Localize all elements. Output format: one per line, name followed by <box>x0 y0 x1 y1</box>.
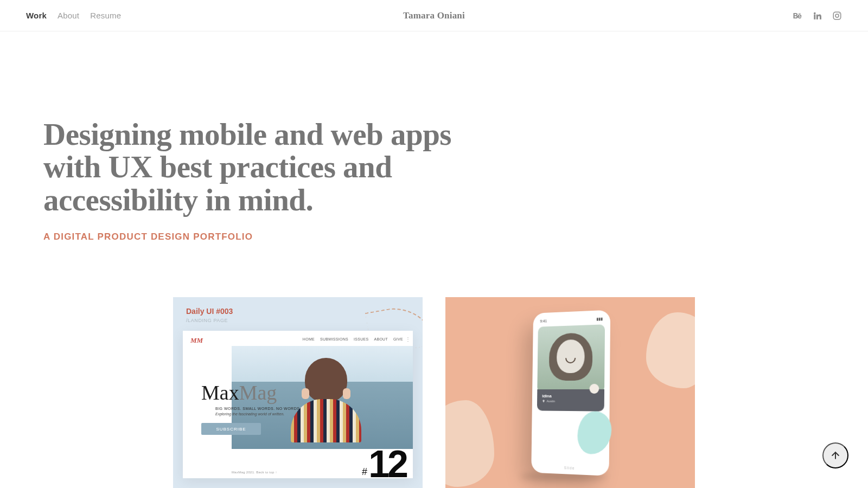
phone-mockup: 9:41 ▮▮▮ Idina Austin Slide <box>531 310 610 476</box>
project-card-maxmag[interactable]: Daily UI #003 /LANDING PAGE MM HOME SUBM… <box>173 297 423 488</box>
status-indicators-icon: ▮▮▮ <box>596 317 603 322</box>
primary-nav: Work About Resume <box>26 11 121 20</box>
mock-logo: MM <box>190 336 203 345</box>
linkedin-icon[interactable] <box>813 11 822 21</box>
mock-nav-item: GIVE <box>393 337 403 341</box>
back-to-top-button[interactable] <box>822 442 848 468</box>
fab-icon <box>590 384 599 394</box>
hero-headline: Designing mobile and web apps with UX be… <box>43 118 488 216</box>
card-badge-sub: /LANDING PAGE <box>186 318 228 323</box>
arrow-up-icon <box>830 450 841 461</box>
mock-title: MaxMag <box>201 381 277 404</box>
mock-nav: HOME SUBMISSIONS ISSUES ABOUT GIVE <box>303 337 403 341</box>
profile-name: Idina <box>542 394 599 399</box>
profile-location: Austin <box>542 400 599 403</box>
project-card-phone[interactable]: 9:41 ▮▮▮ Idina Austin Slide <box>445 297 695 488</box>
decorative-blob <box>646 312 695 388</box>
hero-subtitle: A DIGITAL PRODUCT DESIGN PORTFOLIO <box>43 232 488 242</box>
mock-tagline-2: Exploring the fascinating world of writt… <box>215 412 284 416</box>
site-header: Work About Resume Tamara Oniani <box>0 0 868 31</box>
card-badge: Daily UI #003 <box>186 307 233 316</box>
mock-nav-item: ISSUES <box>354 337 368 341</box>
site-brand[interactable]: Tamara Oniani <box>403 10 465 21</box>
profile-photo <box>537 324 605 393</box>
status-time: 9:41 <box>540 319 547 323</box>
nav-link-resume[interactable]: Resume <box>90 11 121 20</box>
mock-tagline: BIG WORDS. SMALL WORDS. NO WORDS. <box>215 407 301 410</box>
person-illustration <box>291 358 361 449</box>
svg-point-2 <box>839 13 840 14</box>
svg-rect-0 <box>833 12 841 20</box>
hero: Designing mobile and web apps with UX be… <box>0 31 488 242</box>
kebab-icon: ⋮ <box>405 336 411 342</box>
behance-icon[interactable] <box>792 10 803 21</box>
mock-footer: MaxMag 2021. Back to top ↑ <box>232 471 277 474</box>
card-number: 12 <box>362 442 406 486</box>
mock-nav-item: HOME <box>303 337 315 341</box>
decorative-blob <box>577 411 611 455</box>
mock-nav-item: SUBMISSIONS <box>320 337 348 341</box>
project-grid: Daily UI #003 /LANDING PAGE MM HOME SUBM… <box>0 297 868 488</box>
mock-subscribe-button: SUBSCRIBE <box>201 423 261 435</box>
mock-nav-item: ABOUT <box>374 337 388 341</box>
social-links <box>792 10 842 21</box>
svg-point-1 <box>835 14 839 17</box>
decorative-blob <box>445 400 494 487</box>
instagram-icon[interactable] <box>832 11 842 21</box>
phone-brand-label: Slide <box>564 466 575 470</box>
nav-link-work[interactable]: Work <box>26 11 47 20</box>
profile-bar: Idina Austin <box>537 389 604 412</box>
nav-link-about[interactable]: About <box>58 11 79 20</box>
